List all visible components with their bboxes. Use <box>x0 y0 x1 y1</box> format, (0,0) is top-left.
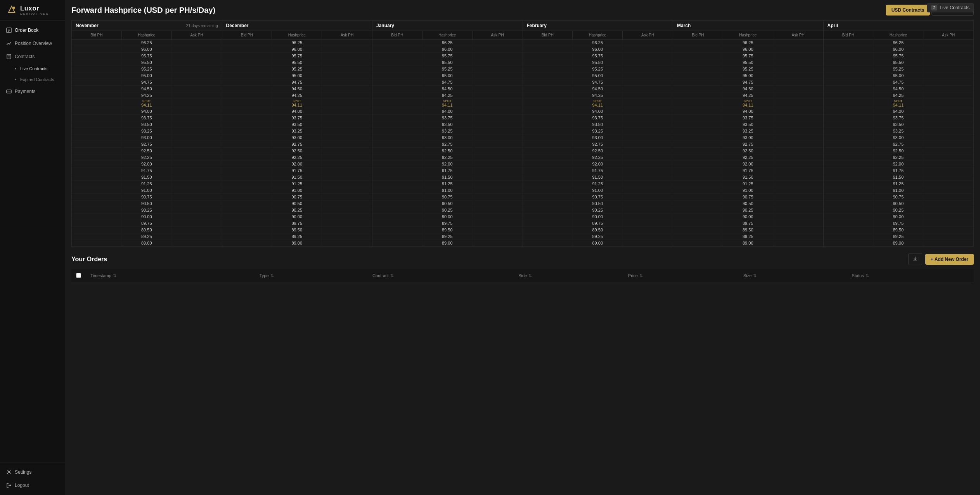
price-row[interactable]: 92.00 <box>523 161 673 167</box>
price-row[interactable]: 96.25 <box>372 40 523 46</box>
price-row[interactable]: 89.75 <box>372 220 523 227</box>
price-row[interactable]: 94.50 <box>824 86 974 92</box>
price-row[interactable]: 95.75 <box>673 53 823 59</box>
price-row[interactable]: 93.50 <box>222 121 372 128</box>
price-row[interactable]: 94.50 <box>222 86 372 92</box>
price-row[interactable]: 96.00 <box>222 46 372 53</box>
price-row[interactable]: 95.75 <box>222 53 372 59</box>
download-button[interactable] <box>908 253 922 265</box>
price-row[interactable]: 90.75 <box>523 194 673 200</box>
sidebar-item-payments[interactable]: Payments <box>0 85 65 98</box>
price-row[interactable]: 89.00 <box>222 240 372 247</box>
price-row[interactable]: 91.50 <box>372 174 523 181</box>
price-row[interactable]: 93.25 <box>673 128 823 135</box>
price-row[interactable]: 95.25 <box>72 66 222 72</box>
price-row[interactable]: 93.00 <box>673 135 823 141</box>
price-row[interactable]: 91.75 <box>673 167 823 174</box>
price-row[interactable]: 89.25 <box>372 233 523 240</box>
price-row[interactable]: 94.75 <box>673 79 823 86</box>
price-row[interactable]: 94.00 <box>372 108 523 115</box>
price-row[interactable]: 93.25 <box>372 128 523 135</box>
price-row[interactable]: 89.00 <box>523 240 673 247</box>
price-row[interactable]: 94.75 <box>523 79 673 86</box>
price-row[interactable]: 93.25 <box>222 128 372 135</box>
price-row[interactable]: 90.25 <box>72 207 222 214</box>
price-row[interactable]: 96.00 <box>523 46 673 53</box>
price-row[interactable]: 92.25 <box>824 154 974 161</box>
price-row[interactable]: 95.50 <box>824 59 974 66</box>
price-row[interactable]: 93.75 <box>222 115 372 121</box>
price-row[interactable]: 94.50 <box>673 86 823 92</box>
price-row[interactable]: 93.00 <box>523 135 673 141</box>
price-row[interactable]: 90.00 <box>824 214 974 220</box>
price-row[interactable]: 95.75 <box>72 53 222 59</box>
price-row[interactable]: 94.50 <box>523 86 673 92</box>
price-row[interactable]: 90.50 <box>673 200 823 207</box>
price-row[interactable]: 90.75 <box>824 194 974 200</box>
price-row[interactable]: 92.75 <box>72 141 222 148</box>
price-row[interactable]: 89.25 <box>222 233 372 240</box>
price-row[interactable]: 91.50 <box>673 174 823 181</box>
price-row[interactable]: 95.00 <box>523 72 673 79</box>
price-row[interactable]: 93.00 <box>222 135 372 141</box>
price-row[interactable]: 90.75 <box>222 194 372 200</box>
price-row[interactable]: 91.00 <box>673 187 823 194</box>
price-row[interactable]: 89.00 <box>72 240 222 247</box>
price-row[interactable]: 94.75 <box>72 79 222 86</box>
price-row[interactable]: 89.75 <box>523 220 673 227</box>
price-row[interactable]: 90.50 <box>372 200 523 207</box>
price-row[interactable]: 92.25 <box>523 154 673 161</box>
price-row[interactable]: 90.25 <box>673 207 823 214</box>
price-row[interactable]: 92.00 <box>222 161 372 167</box>
price-row[interactable]: 89.50 <box>673 227 823 233</box>
price-row[interactable]: 95.00 <box>673 72 823 79</box>
price-row[interactable]: 91.00 <box>372 187 523 194</box>
price-row[interactable]: 89.00 <box>372 240 523 247</box>
price-row[interactable]: 95.25 <box>673 66 823 72</box>
sidebar-item-live-contracts[interactable]: Live Contracts <box>0 63 65 74</box>
price-row[interactable]: 95.75 <box>523 53 673 59</box>
price-row[interactable]: 91.25 <box>673 181 823 187</box>
price-row[interactable]: 89.50 <box>824 227 974 233</box>
price-row[interactable]: 94.00 <box>222 108 372 115</box>
sidebar-item-order-book[interactable]: Order Book <box>0 24 65 37</box>
price-row[interactable]: 94.00 <box>824 108 974 115</box>
price-row[interactable]: 91.25 <box>824 181 974 187</box>
price-row[interactable]: 92.00 <box>824 161 974 167</box>
price-row[interactable]: 95.25 <box>824 66 974 72</box>
price-row[interactable]: 92.00 <box>673 161 823 167</box>
price-row[interactable]: 89.50 <box>523 227 673 233</box>
price-row[interactable]: 91.50 <box>824 174 974 181</box>
price-row[interactable]: 91.75 <box>222 167 372 174</box>
price-row[interactable]: 91.00 <box>72 187 222 194</box>
price-row[interactable]: 94.75 <box>372 79 523 86</box>
price-row[interactable]: 95.50 <box>523 59 673 66</box>
price-row[interactable]: 96.25 <box>72 40 222 46</box>
price-row[interactable]: 96.00 <box>673 46 823 53</box>
price-row[interactable]: 93.00 <box>824 135 974 141</box>
price-row[interactable]: 90.50 <box>523 200 673 207</box>
price-row[interactable]: 89.25 <box>673 233 823 240</box>
price-row[interactable]: 95.00 <box>222 72 372 79</box>
price-row[interactable]: 90.25 <box>222 207 372 214</box>
price-row[interactable]: 96.00 <box>824 46 974 53</box>
price-row[interactable]: 90.50 <box>222 200 372 207</box>
price-row[interactable]: 92.25 <box>673 154 823 161</box>
sidebar-item-expired-contracts[interactable]: Expired Contracts <box>0 74 65 85</box>
price-row[interactable]: 95.50 <box>372 59 523 66</box>
price-row[interactable]: 92.75 <box>222 141 372 148</box>
price-row[interactable]: 92.75 <box>372 141 523 148</box>
price-row[interactable]: 93.00 <box>372 135 523 141</box>
price-row[interactable]: 92.50 <box>673 148 823 154</box>
price-row[interactable]: 93.50 <box>523 121 673 128</box>
price-row[interactable]: 93.75 <box>72 115 222 121</box>
price-row[interactable]: 95.00 <box>824 72 974 79</box>
price-row[interactable]: 89.50 <box>72 227 222 233</box>
price-row[interactable]: 89.25 <box>72 233 222 240</box>
price-row[interactable]: 92.75 <box>523 141 673 148</box>
price-row[interactable]: 92.50 <box>222 148 372 154</box>
price-row[interactable]: 90.00 <box>72 214 222 220</box>
price-row[interactable]: 95.75 <box>372 53 523 59</box>
price-row[interactable]: 93.75 <box>673 115 823 121</box>
price-row[interactable]: 95.25 <box>372 66 523 72</box>
